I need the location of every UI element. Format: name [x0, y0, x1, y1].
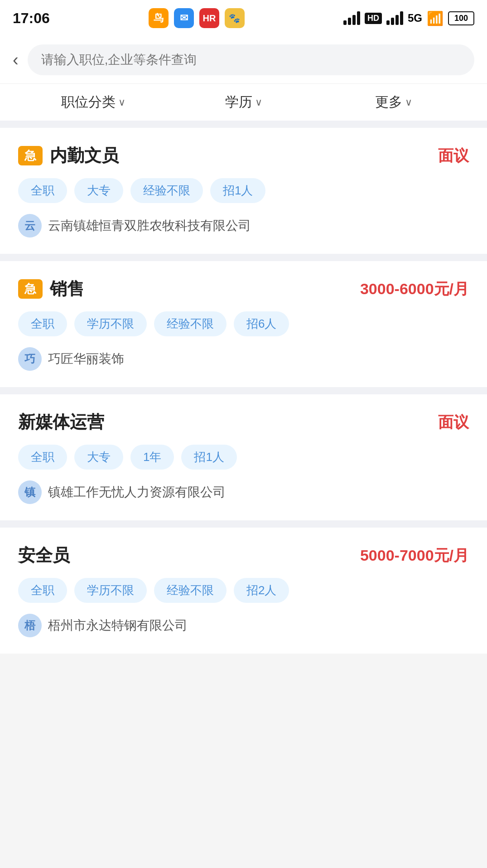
job-tag-0-0: 全职: [18, 178, 67, 203]
job-title-1: 销售: [50, 277, 84, 301]
filter-more-label: 更多: [375, 93, 402, 112]
filter-more[interactable]: 更多 ∨: [318, 93, 469, 112]
company-avatar-2: 镇: [18, 480, 42, 504]
company-name-3: 梧州市永达特钢有限公司: [48, 617, 188, 634]
job-tag-3-0: 全职: [18, 578, 67, 603]
filter-education-arrow: ∨: [255, 97, 262, 108]
job-tag-0-3: 招1人: [210, 178, 265, 203]
job-salary-1: 3000-6000元/月: [360, 279, 469, 300]
filter-position-arrow: ∨: [118, 97, 125, 108]
search-area: ‹: [0, 36, 487, 83]
job-salary-2: 面议: [438, 412, 469, 433]
job-tag-1-3: 招6人: [234, 311, 289, 336]
job-tag-2-2: 1年: [130, 445, 174, 470]
job-tag-1-0: 全职: [18, 311, 67, 336]
filter-education[interactable]: 学历 ∨: [169, 93, 319, 112]
company-avatar-0: 云: [18, 214, 42, 238]
status-bar: 17:06 鸟 ✉ HR 🐾 HD 5G 📶 100: [0, 0, 487, 36]
filter-position-label: 职位分类: [61, 93, 116, 112]
status-app-icons: 鸟 ✉ HR 🐾: [149, 8, 245, 28]
company-name-0: 云南镇雄恒青双胜农牧科技有限公司: [48, 217, 251, 234]
app-icon-4: 🐾: [225, 8, 245, 28]
5g-label: 5G: [408, 12, 422, 24]
back-button[interactable]: ‹: [13, 51, 19, 68]
job-card-3[interactable]: 安全员5000-7000元/月全职学历不限经验不限招2人梧梧州市永达特钢有限公司: [0, 528, 487, 654]
section-divider-2: [0, 387, 487, 394]
job-title-2: 新媒体运营: [18, 411, 104, 434]
job-tag-1-2: 经验不限: [154, 311, 227, 336]
job-card-0[interactable]: 急内勤文员面议全职大专经验不限招1人云云南镇雄恒青双胜农牧科技有限公司: [0, 128, 487, 254]
job-tag-3-2: 经验不限: [154, 578, 227, 603]
urgent-badge-0: 急: [18, 146, 43, 165]
signal-icon: [343, 11, 360, 25]
section-divider-3: [0, 520, 487, 528]
job-tag-3-1: 学历不限: [74, 578, 147, 603]
company-name-1: 巧匠华丽装饰: [48, 350, 124, 368]
job-salary-0: 面议: [438, 145, 469, 166]
status-right-icons: HD 5G 📶 100: [343, 10, 474, 26]
job-tag-0-2: 经验不限: [130, 178, 203, 203]
job-tag-2-3: 招1人: [181, 445, 236, 470]
job-tag-2-1: 大专: [74, 445, 123, 470]
company-avatar-3: 梧: [18, 614, 42, 637]
section-divider-0: [0, 121, 487, 128]
battery-indicator: 100: [448, 11, 474, 25]
job-title-0: 内勤文员: [50, 144, 119, 167]
company-name-2: 镇雄工作无忧人力资源有限公司: [48, 484, 226, 501]
wifi-icon: 📶: [427, 10, 444, 26]
5g-signal-icon: [386, 11, 403, 25]
filter-bar: 职位分类 ∨ 学历 ∨ 更多 ∨: [0, 83, 487, 121]
job-card-2[interactable]: 新媒体运营面议全职大专1年招1人镇镇雄工作无忧人力资源有限公司: [0, 394, 487, 520]
job-title-3: 安全员: [18, 544, 70, 567]
job-tag-2-0: 全职: [18, 445, 67, 470]
app-icon-3: HR: [199, 8, 219, 28]
app-icon-1: 鸟: [149, 8, 169, 28]
search-input[interactable]: [28, 44, 474, 75]
job-tag-1-1: 学历不限: [74, 311, 147, 336]
hd-badge: HD: [365, 13, 382, 24]
job-tag-3-3: 招2人: [234, 578, 289, 603]
job-tag-0-1: 大专: [74, 178, 123, 203]
status-time: 17:06: [13, 10, 50, 27]
app-icon-2: ✉: [174, 8, 194, 28]
job-card-1[interactable]: 急销售3000-6000元/月全职学历不限经验不限招6人巧巧匠华丽装饰: [0, 261, 487, 387]
filter-position-category[interactable]: 职位分类 ∨: [18, 93, 169, 112]
company-avatar-1: 巧: [18, 347, 42, 371]
urgent-badge-1: 急: [18, 279, 43, 299]
filter-more-arrow: ∨: [405, 97, 412, 108]
job-salary-3: 5000-7000元/月: [360, 545, 469, 566]
section-divider-1: [0, 254, 487, 261]
filter-education-label: 学历: [225, 93, 252, 112]
